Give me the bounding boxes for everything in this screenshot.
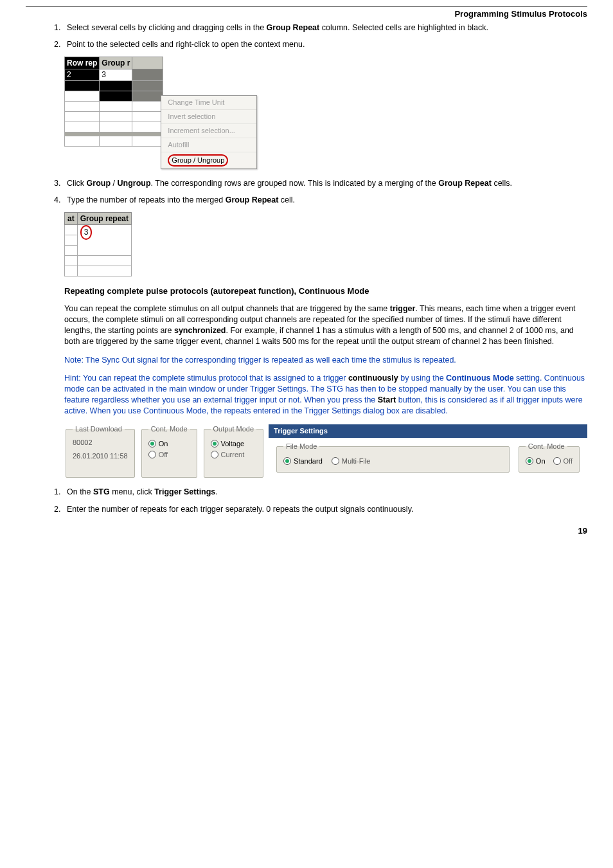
last-download-val1: 80002 — [73, 438, 128, 448]
context-menu: Change Time Unit Invert selection Increm… — [161, 95, 257, 168]
c1-trig: Trigger Settings — [154, 487, 215, 496]
output-mode-legend: Output Mode — [211, 424, 257, 434]
radio-cont-off[interactable]: Off — [148, 450, 190, 460]
hint-contmode: Continuous Mode — [446, 374, 514, 383]
trigger-cont-mode-legend: Cont. Mode — [526, 442, 567, 451]
step-3-ungroup: Ungroup — [117, 179, 150, 188]
step-3: Click Group / Ungroup. The corresponding… — [63, 178, 587, 189]
paragraph-trigger: You can repeat the complete stimulus on … — [64, 303, 587, 347]
trigger-settings-panel: Trigger Settings File Mode Standard Mult… — [269, 424, 587, 478]
radio-off-label: Off — [159, 450, 168, 460]
col-group-repeat: Group repeat — [77, 213, 131, 225]
step-4-c: cell. — [278, 195, 295, 204]
note-paragraph: Note: The Sync Out signal for the corres… — [64, 355, 587, 366]
step-1-text-c: column. Selected cells are highlighted i… — [319, 23, 488, 32]
radio-voltage-label: Voltage — [221, 439, 245, 449]
step-1: Select several cells by clicking and dra… — [63, 23, 587, 33]
group-ungroup-highlight: Group / Ungroup — [168, 154, 228, 167]
step-3-e: . The corresponding rows are grouped now… — [151, 179, 439, 188]
hint-a: Hint: You can repeat the complete stimul… — [64, 374, 348, 383]
radio-trig-off[interactable]: Off — [553, 457, 573, 466]
trigger-settings-title: Trigger Settings — [269, 424, 587, 438]
radio-current-label: Current — [221, 450, 245, 460]
hint-continuously: continuously — [348, 374, 398, 383]
menu-group-ungroup[interactable]: Group / Ungroup — [161, 152, 256, 168]
trigger-cont-mode-group: Cont. Mode On Off — [519, 442, 580, 473]
merged-cell[interactable]: 3 — [77, 225, 131, 256]
menu-change-time-unit[interactable]: Change Time Unit — [161, 96, 256, 110]
screenshot-group-repeat: at Group repeat 3 — [64, 212, 587, 276]
radio-voltage[interactable]: Voltage — [211, 439, 257, 449]
radio-icon — [211, 451, 218, 458]
c1-stg: STG — [93, 487, 110, 496]
menu-autofill[interactable]: Autofill — [161, 138, 256, 152]
p1-trigger: trigger — [390, 304, 416, 313]
col-at: at — [65, 213, 78, 225]
steps-list-b: Click Group / Ungroup. The corresponding… — [26, 178, 587, 206]
file-mode-group: File Mode Standard Multi-File — [276, 442, 510, 473]
step-4-a: Type the number of repeats into the merg… — [67, 195, 226, 204]
output-mode-group: Output Mode Voltage Current — [204, 424, 264, 478]
menu-increment-selection[interactable]: Increment selection... — [161, 124, 256, 138]
radio-icon — [553, 457, 561, 465]
cont-mode-legend: Cont. Mode — [148, 424, 190, 434]
p1-sync: synchronized — [174, 326, 226, 335]
step-3-f: Group Repeat — [438, 179, 492, 188]
step-1-text-a: Select several cells by clicking and dra… — [67, 23, 267, 32]
cont-mode-group: Cont. Mode On Off — [141, 424, 197, 478]
radio-cont-on[interactable]: On — [148, 439, 190, 449]
step-2: Point to the selected cells and right-cl… — [63, 39, 587, 50]
radio-standard[interactable]: Standard — [283, 457, 323, 466]
last-download-val2: 26.01.2010 11:58 — [73, 451, 128, 461]
radio-icon — [283, 457, 291, 465]
step-1-bold: Group Repeat — [267, 23, 320, 32]
file-mode-legend: File Mode — [283, 442, 319, 451]
c1-c: menu, click — [110, 487, 154, 496]
radio-standard-label: Standard — [294, 457, 323, 466]
col-row-rep: Row rep — [65, 57, 100, 69]
radio-current[interactable]: Current — [211, 450, 257, 460]
radio-icon — [148, 440, 156, 448]
radio-multifile-label: Multi-File — [342, 457, 371, 466]
c1-e: . — [215, 487, 217, 496]
section-heading: Repeating complete pulse protocols (auto… — [64, 285, 587, 297]
step-3-c: / — [111, 179, 117, 188]
radio-trig-off-label: Off — [564, 457, 573, 466]
page-number: 19 — [26, 525, 587, 537]
group-table: Row rep Group r 23 — [64, 57, 163, 146]
last-download-group: Last Download 80002 26.01.2010 11:58 — [66, 424, 135, 478]
p1-a: You can repeat the complete stimulus on … — [64, 304, 390, 313]
menu-invert-selection[interactable]: Invert selection — [161, 110, 256, 124]
step-4: Type the number of repeats into the merg… — [63, 195, 587, 206]
steps-list-c: On the STG menu, click Trigger Settings.… — [26, 487, 587, 515]
page-header: Programming Stimulus Protocols — [26, 6, 587, 20]
hint-paragraph: Hint: You can repeat the complete stimul… — [64, 373, 587, 417]
step-c1: On the STG menu, click Trigger Settings. — [63, 487, 587, 498]
screenshot-table-menu: Row rep Group r 23 Change Time Unit Inve… — [64, 57, 587, 168]
radio-icon — [211, 440, 218, 448]
radio-trig-on-label: On — [536, 457, 546, 466]
col-group-r: Group r — [100, 57, 132, 69]
radio-icon — [526, 457, 533, 465]
repeat-value-highlight: 3 — [80, 225, 93, 239]
c1-a: On the — [67, 487, 93, 496]
cell-v2[interactable]: 3 — [100, 69, 132, 80]
last-download-legend: Last Download — [73, 424, 125, 434]
step-4-b: Group Repeat — [226, 195, 279, 204]
cell-v1[interactable]: 2 — [65, 69, 100, 80]
step-3-group: Group — [87, 179, 111, 188]
hint-start: Start — [378, 395, 396, 404]
radio-icon — [148, 451, 156, 458]
radio-on-label: On — [159, 439, 168, 449]
hint-c: by using the — [398, 374, 446, 383]
step-3-a: Click — [67, 179, 87, 188]
step-3-g: cells. — [492, 179, 512, 188]
panel-row: Last Download 80002 26.01.2010 11:58 Con… — [64, 424, 587, 478]
radio-icon — [332, 457, 339, 465]
step-c2: Enter the number of repeats for each tri… — [63, 504, 587, 515]
radio-trig-on[interactable]: On — [526, 457, 546, 466]
group-repeat-table: at Group repeat 3 — [64, 212, 132, 276]
radio-multifile[interactable]: Multi-File — [332, 457, 371, 466]
steps-list-a: Select several cells by clicking and dra… — [26, 23, 587, 51]
